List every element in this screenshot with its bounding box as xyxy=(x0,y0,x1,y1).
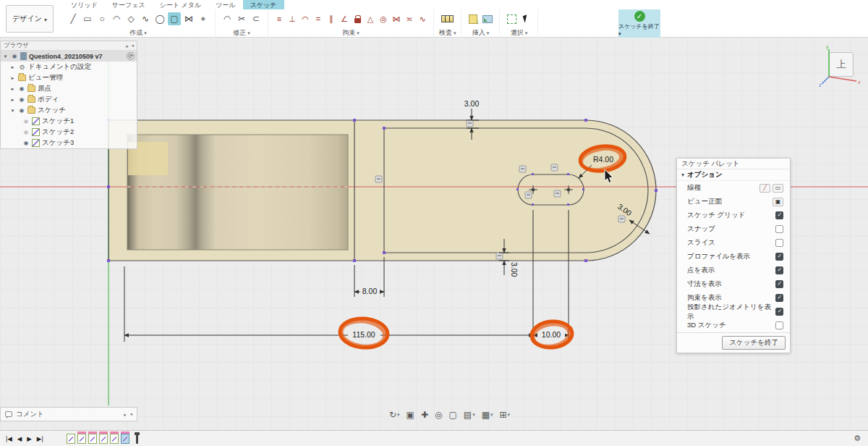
browser-item-sketch1[interactable]: ◉ スケッチ1 xyxy=(1,116,137,127)
tab-surface[interactable]: サーフェス xyxy=(105,0,153,9)
sketch-geometry[interactable] xyxy=(109,120,656,261)
dimension-total-length[interactable]: 115.00 xyxy=(352,330,375,339)
show-constraints-checkbox[interactable] xyxy=(775,294,783,302)
fix-lock-constraint-icon[interactable] xyxy=(352,12,363,25)
circle-tool-icon[interactable]: ○ xyxy=(95,12,109,25)
go-to-end-button[interactable]: ▶| xyxy=(37,435,43,442)
slice-checkbox[interactable] xyxy=(775,239,783,247)
show-points-checkbox[interactable] xyxy=(775,266,783,274)
show-projected-checkbox[interactable] xyxy=(775,308,783,316)
sync-status-icon[interactable]: ⟳ xyxy=(127,52,135,60)
viewcube-top-face[interactable]: 上 xyxy=(829,52,854,77)
expand-triangle-icon[interactable]: ▸ xyxy=(9,75,16,81)
browser-item-sketch2[interactable]: ◉ スケッチ2 xyxy=(1,127,137,138)
visibility-eye-icon[interactable]: ◉ xyxy=(18,85,25,92)
fillet-tool-icon[interactable]: ◠ xyxy=(221,12,234,25)
tab-sheet-metal[interactable]: シート メタル xyxy=(153,0,209,9)
grid-snap-icon[interactable]: ▦▾ xyxy=(482,410,493,420)
comments-panel[interactable]: コメント ● ◂ xyxy=(0,407,137,421)
dimension-gap[interactable]: 8.00 xyxy=(362,287,378,295)
browser-item-view-management[interactable]: ▸ ビュー管理 xyxy=(1,72,137,83)
smooth-constraint-icon[interactable]: ≍ xyxy=(404,12,415,25)
insert-group-label[interactable]: 挿入 xyxy=(472,28,489,38)
mirror-tool-icon[interactable]: ⋈ xyxy=(182,12,195,25)
offset-tool-icon[interactable]: ⊂ xyxy=(250,12,263,25)
window-select-icon[interactable] xyxy=(505,12,518,25)
timeline-settings-gear-icon[interactable]: ⚙ xyxy=(854,434,861,443)
dimension-top-offset[interactable]: 3.00 xyxy=(464,99,480,108)
symmetry-constraint-icon[interactable]: ⋈ xyxy=(391,12,402,25)
play-button[interactable]: ▶ xyxy=(27,435,32,442)
measure-tool-icon[interactable] xyxy=(441,12,454,25)
panel-collapse-icon[interactable]: ◂ xyxy=(129,411,132,417)
timeline-feature-sketch[interactable] xyxy=(67,434,75,444)
modify-group-label[interactable]: 修正 xyxy=(233,28,250,38)
expand-triangle-icon[interactable]: ▸ xyxy=(9,97,16,103)
workspace-switcher[interactable]: デザイン xyxy=(6,5,54,33)
select-cursor-icon[interactable] xyxy=(519,12,532,25)
timeline-feature-sketch[interactable] xyxy=(99,434,108,444)
visibility-eye-icon[interactable]: ◉ xyxy=(18,96,25,103)
finish-sketch-toolbar-button[interactable]: ✓ スケッチを終了 xyxy=(618,9,660,38)
panel-collapse-icon[interactable]: ◂ xyxy=(131,43,134,49)
step-back-button[interactable]: ◀ xyxy=(17,435,22,442)
visibility-eye-icon[interactable]: ◉ xyxy=(22,118,30,125)
browser-header[interactable]: ブラウザ ● ◂ xyxy=(1,41,137,51)
line-tool-icon[interactable]: ╱ xyxy=(67,12,80,25)
browser-item-document-settings[interactable]: ▸ ⚙ ドキュメントの設定 xyxy=(1,62,137,72)
visibility-eye-icon[interactable]: ◉ xyxy=(22,140,30,146)
show-profile-checkbox[interactable] xyxy=(775,253,783,261)
zoom-icon[interactable]: ◎ xyxy=(435,410,442,420)
show-dimensions-checkbox[interactable] xyxy=(775,280,783,288)
parallel-constraint-icon[interactable]: ∥ xyxy=(326,12,337,25)
viewports-icon[interactable]: ⊞▾ xyxy=(500,410,511,420)
tab-tools[interactable]: ツール xyxy=(208,0,242,9)
browser-item-bodies[interactable]: ▸ ◉ ボディ xyxy=(1,94,137,105)
equal-constraint-icon[interactable]: = xyxy=(312,12,324,25)
browser-item-document[interactable]: ▾ ◉ Question4_20210509 v7 ⟳ xyxy=(1,51,137,62)
3d-sketch-checkbox[interactable] xyxy=(775,321,783,329)
tab-sketch[interactable]: スケッチ xyxy=(243,0,284,9)
expand-triangle-icon[interactable]: ▾ xyxy=(9,108,16,114)
expand-triangle-icon[interactable]: ▾ xyxy=(2,54,9,59)
browser-item-sketches[interactable]: ▾ ◉ スケッチ xyxy=(1,105,137,116)
orbit-icon[interactable]: ↻▾ xyxy=(389,410,400,420)
dimension-bottom-offset[interactable]: 3.00 xyxy=(510,262,519,277)
pan-icon[interactable]: ✚ xyxy=(421,410,428,420)
polygon-tool-icon[interactable]: ◇ xyxy=(124,12,137,25)
timeline-marker[interactable] xyxy=(136,433,138,444)
visibility-eye-icon[interactable]: ◉ xyxy=(18,107,25,114)
browser-item-origin[interactable]: ▸ ◉ 原点 xyxy=(1,83,137,94)
browser-item-sketch3[interactable]: ◉ スケッチ3 xyxy=(1,138,137,148)
arc-tool-icon[interactable]: ◠ xyxy=(110,12,123,25)
construction-line-icon[interactable]: ╱ xyxy=(760,184,770,193)
concentric-constraint-icon[interactable]: ◎ xyxy=(378,12,389,25)
insert-image-icon[interactable] xyxy=(481,12,494,25)
display-settings-icon[interactable]: ▤▾ xyxy=(464,410,475,420)
constraints-group-label[interactable]: 拘束 xyxy=(342,28,359,38)
finish-sketch-button[interactable]: スケッチを終了 xyxy=(722,336,786,350)
dimension-slot-pitch[interactable]: 10.00 xyxy=(542,330,561,339)
timeline-feature-sketch-current[interactable] xyxy=(121,434,129,444)
select-group-label[interactable]: 選択 xyxy=(511,28,527,38)
look-at-icon[interactable]: ▣ xyxy=(773,198,783,206)
rectangle-tool-icon[interactable]: ▭ xyxy=(81,12,94,25)
create-group-label[interactable]: 作成 xyxy=(129,28,146,38)
palette-section-options[interactable]: オプション xyxy=(677,169,790,181)
snap-checkbox[interactable] xyxy=(775,225,783,233)
timeline-feature-sketch[interactable] xyxy=(77,434,86,444)
tangent-constraint-icon[interactable]: ◠ xyxy=(299,12,311,25)
look-at-icon[interactable]: ▣ xyxy=(407,410,414,420)
spline-tool-icon[interactable]: ∿ xyxy=(139,12,152,25)
viewcube[interactable]: y x z 上 xyxy=(829,52,854,77)
sketch-grid-checkbox[interactable] xyxy=(775,211,783,219)
center-line-icon[interactable]: ▭ xyxy=(773,184,783,193)
ellipse-tool-icon[interactable]: ◯ xyxy=(153,12,166,25)
tab-solid[interactable]: ソリッド xyxy=(64,0,105,9)
perpendicular-constraint-icon[interactable]: ⊥ xyxy=(286,12,298,25)
curvature-constraint-icon[interactable]: ∿ xyxy=(417,12,428,25)
inspect-group-label[interactable]: 検査 xyxy=(439,28,456,38)
expand-triangle-icon[interactable]: ▸ xyxy=(9,86,16,92)
go-to-start-button[interactable]: |◀ xyxy=(6,435,12,442)
timeline-feature-sketch[interactable] xyxy=(88,434,97,444)
